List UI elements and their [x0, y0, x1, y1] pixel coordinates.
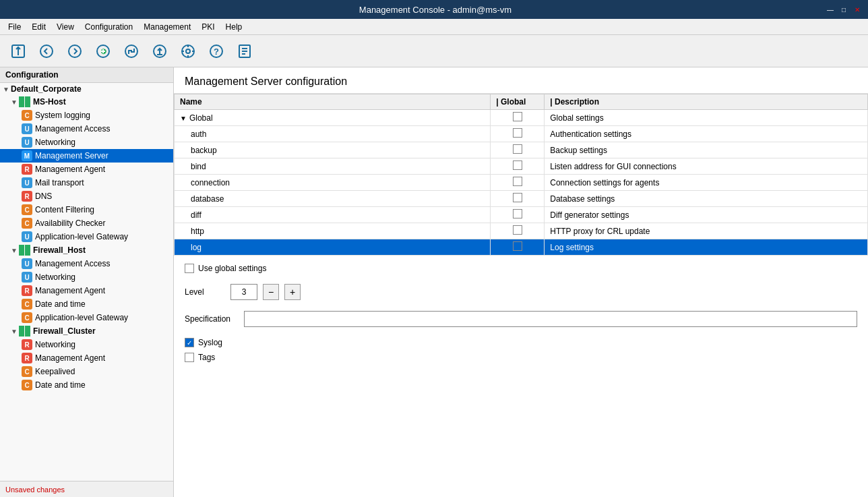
sidebar-item-management-access-1[interactable]: U Management Access: [0, 122, 173, 136]
sidebar-item-date-time-2[interactable]: C Date and time: [0, 378, 173, 392]
table-row[interactable]: ▼Global Global settings: [175, 110, 868, 126]
next-button[interactable]: [62, 38, 88, 64]
sidebar-item-label: Firewall_Host: [33, 245, 86, 255]
tags-text: Tags: [198, 353, 215, 362]
cell-description: Log settings: [545, 239, 868, 256]
sidebar-item-app-gateway-2[interactable]: C Application-level Gateway: [0, 311, 173, 324]
sidebar-header: Configuration: [0, 67, 173, 83]
sidebar-item-keepalived[interactable]: C Keepalived: [0, 365, 173, 378]
expand-arrow: ▼: [11, 328, 19, 335]
badge-m: M: [22, 150, 32, 161]
badge-c: C: [22, 218, 32, 229]
global-checkbox[interactable]: [513, 160, 522, 170]
settings-button[interactable]: [175, 38, 201, 64]
sidebar-item-management-server[interactable]: M Management Server: [0, 149, 173, 163]
cell-name: database: [175, 191, 491, 207]
menu-item-configuration[interactable]: Configuration: [80, 21, 138, 33]
sidebar-item-networking-2[interactable]: U Networking: [0, 270, 173, 284]
use-global-label[interactable]: Use global settings: [185, 264, 266, 273]
decrement-button[interactable]: −: [263, 284, 279, 300]
sidebar-item-app-gateway-1[interactable]: U Application-level Gateway: [0, 230, 173, 243]
add-button[interactable]: [90, 38, 116, 64]
global-checkbox[interactable]: [513, 128, 522, 138]
menu-item-help[interactable]: Help: [220, 21, 248, 33]
cell-description: Listen address for GUI connections: [545, 158, 868, 175]
tags-label[interactable]: Tags: [185, 353, 215, 362]
report-button[interactable]: [232, 38, 257, 64]
sidebar-item-ms-host[interactable]: ▼ MS-Host: [0, 95, 173, 109]
window-controls[interactable]: — □ ✕: [825, 4, 863, 15]
cell-name: auth: [175, 126, 491, 142]
global-checkbox-checked[interactable]: [513, 241, 522, 251]
global-checkbox[interactable]: [513, 225, 522, 235]
sidebar-item-management-agent-1[interactable]: R Management Agent: [0, 163, 173, 176]
close-button[interactable]: ✕: [852, 4, 863, 15]
minimize-button[interactable]: —: [825, 4, 836, 15]
maximize-button[interactable]: □: [838, 4, 849, 15]
sidebar-item-networking-3[interactable]: R Networking: [0, 338, 173, 351]
tags-checkbox[interactable]: [185, 353, 194, 362]
sidebar-item-content-filtering[interactable]: C Content Filtering: [0, 203, 173, 216]
sidebar-item-management-agent-3[interactable]: R Management Agent: [0, 351, 173, 365]
badge-c: C: [22, 110, 32, 121]
sidebar-item-management-access-2[interactable]: U Management Access: [0, 257, 173, 270]
table-row-selected[interactable]: log Log settings: [175, 239, 868, 256]
menu-item-management[interactable]: Management: [138, 21, 196, 33]
sidebar-item-firewall-host[interactable]: ▼ Firewall_Host: [0, 243, 173, 257]
help-button[interactable]: ?: [204, 38, 229, 64]
sidebar-item-mail-transport[interactable]: U Mail transport: [0, 176, 173, 189]
upload-button[interactable]: [147, 38, 173, 64]
use-global-checkbox[interactable]: [185, 264, 194, 273]
table-row[interactable]: bind Listen address for GUI connections: [175, 158, 868, 175]
status-green2: [25, 245, 30, 256]
sidebar-item-label: Application-level Gateway: [35, 232, 128, 241]
level-input[interactable]: [230, 284, 257, 300]
global-checkbox[interactable]: [513, 209, 522, 218]
cell-global: [491, 223, 545, 239]
global-checkbox[interactable]: [513, 112, 522, 121]
prev-button[interactable]: [34, 38, 59, 64]
syslog-label[interactable]: ✓ Syslog: [185, 338, 222, 347]
menu-item-file[interactable]: File: [3, 21, 26, 33]
sidebar-item-dns[interactable]: R DNS: [0, 189, 173, 203]
badge-r: R: [22, 339, 32, 350]
global-checkbox[interactable]: [513, 144, 522, 154]
increment-button[interactable]: +: [284, 284, 301, 300]
badge-c: C: [22, 204, 32, 215]
global-checkbox[interactable]: [513, 177, 522, 186]
table-row[interactable]: diff Diff generator settings: [175, 207, 868, 223]
sidebar-item-date-time-1[interactable]: C Date and time: [0, 297, 173, 311]
menu-item-view[interactable]: View: [51, 21, 80, 33]
table-row[interactable]: http HTTP proxy for CRL update: [175, 223, 868, 239]
table-row[interactable]: auth Authentication settings: [175, 126, 868, 142]
syslog-checkbox[interactable]: ✓: [185, 338, 194, 347]
specification-input[interactable]: [244, 311, 857, 327]
sidebar-item-availability-checker[interactable]: C Availability Checker: [0, 216, 173, 230]
badge-c: C: [22, 312, 32, 323]
sidebar-item-label: Management Access: [35, 259, 110, 268]
badge-u: U: [22, 137, 32, 148]
menu-item-edit[interactable]: Edit: [26, 21, 51, 33]
cell-name: backup: [175, 142, 491, 158]
expand-arrow: ▼: [11, 98, 19, 106]
cell-description: Diff generator settings: [545, 207, 868, 223]
sidebar-item-default-corporate[interactable]: ▼ Default_Corporate: [0, 83, 173, 95]
col-header-global: | Global: [491, 94, 545, 110]
sidebar-item-management-agent-2[interactable]: R Management Agent: [0, 284, 173, 297]
cell-name: log: [175, 239, 491, 256]
refresh-button[interactable]: [119, 38, 144, 64]
sidebar-item-firewall-cluster[interactable]: ▼ Firewall_Cluster: [0, 324, 173, 338]
sidebar-item-networking-1[interactable]: U Networking: [0, 136, 173, 149]
home-button[interactable]: [5, 38, 31, 64]
table-row[interactable]: database Database settings: [175, 191, 868, 207]
global-checkbox[interactable]: [513, 193, 522, 202]
toolbar: ?: [0, 35, 868, 67]
table-row[interactable]: connection Connection settings for agent…: [175, 175, 868, 191]
sidebar-item-label: Availability Checker: [35, 218, 106, 228]
sidebar-item-system-logging[interactable]: C System logging: [0, 109, 173, 122]
content-area: Configuration ▼ Default_Corporate ▼ MS-H…: [0, 67, 868, 497]
badge-r: R: [22, 164, 32, 175]
menu-item-pki[interactable]: PKI: [196, 21, 220, 33]
table-row[interactable]: backup Backup settings: [175, 142, 868, 158]
status-green2: [25, 326, 30, 337]
